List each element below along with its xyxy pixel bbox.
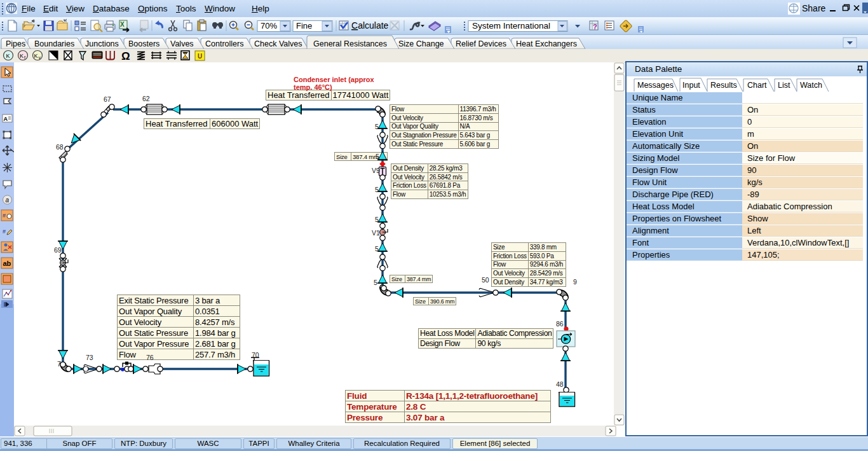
svg-text:Junctions: Junctions xyxy=(85,39,119,48)
svg-text:9: 9 xyxy=(573,278,577,286)
svg-text:A: A xyxy=(4,116,8,122)
svg-text:Relief Devices: Relief Devices xyxy=(456,39,506,48)
svg-text:Watch: Watch xyxy=(800,81,822,90)
svg-text:Condenser inlet (approx: Condenser inlet (approx xyxy=(294,76,374,83)
svg-text:K: K xyxy=(20,53,24,59)
svg-text:48: 48 xyxy=(556,380,564,388)
svg-text:67: 67 xyxy=(104,95,111,103)
svg-text:Calculate: Calculate xyxy=(351,20,389,31)
svg-text:70%: 70% xyxy=(261,21,277,31)
svg-text:Ω: Ω xyxy=(121,50,130,62)
svg-text:5: 5 xyxy=(375,123,379,130)
svg-text:73: 73 xyxy=(86,354,93,361)
svg-text:Fine: Fine xyxy=(296,21,312,31)
svg-text:Size Change: Size Change xyxy=(398,39,444,48)
svg-text:Valves: Valves xyxy=(170,39,194,48)
svg-text:Check Valves: Check Valves xyxy=(254,39,302,48)
svg-text:Input: Input xyxy=(682,81,700,90)
svg-text:X: X xyxy=(120,21,125,28)
svg-text:General Resistances: General Resistances xyxy=(313,39,387,48)
svg-text:K: K xyxy=(6,53,10,59)
svg-text:50: 50 xyxy=(482,276,489,284)
svg-text:5: 5 xyxy=(376,153,379,160)
svg-text:Heat Exchangers: Heat Exchangers xyxy=(516,39,577,48)
svg-text:7: 7 xyxy=(57,360,61,368)
svg-text:68: 68 xyxy=(56,143,64,151)
svg-text:a: a xyxy=(6,197,10,204)
svg-text:5: 5 xyxy=(374,279,377,286)
svg-text:86: 86 xyxy=(556,320,564,328)
svg-text:Messages: Messages xyxy=(637,81,674,90)
svg-text:Boundaries: Boundaries xyxy=(34,39,74,48)
svg-text:temp. 46°C): temp. 46°C) xyxy=(294,83,332,91)
svg-text:76: 76 xyxy=(146,354,154,361)
svg-text:v: v xyxy=(39,55,41,60)
svg-text:5: 5 xyxy=(375,245,379,253)
svg-text:5: 5 xyxy=(375,216,379,223)
svg-text:System International: System International xyxy=(472,21,550,31)
svg-text:Chart: Chart xyxy=(747,81,767,90)
svg-text:62: 62 xyxy=(142,95,150,102)
svg-text:ab: ab xyxy=(3,260,11,267)
svg-text:K: K xyxy=(34,53,38,59)
svg-text:Share: Share xyxy=(802,3,826,13)
svg-text:70: 70 xyxy=(252,351,259,359)
svg-text:?: ? xyxy=(593,23,597,31)
svg-text:Pipes: Pipes xyxy=(6,39,25,48)
svg-text:V9: V9 xyxy=(372,167,380,174)
svg-text:#: # xyxy=(3,212,6,219)
svg-text:Controllers: Controllers xyxy=(205,39,243,48)
svg-text:69: 69 xyxy=(54,246,62,254)
svg-text:#: # xyxy=(3,228,6,235)
svg-text:5: 5 xyxy=(375,186,379,193)
svg-text:f: f xyxy=(24,55,25,60)
svg-text:U: U xyxy=(198,53,202,60)
svg-text:List: List xyxy=(778,81,790,90)
svg-text:Results: Results xyxy=(710,81,737,90)
svg-text:Boosters: Boosters xyxy=(128,39,159,48)
svg-text:V1: V1 xyxy=(372,229,380,237)
